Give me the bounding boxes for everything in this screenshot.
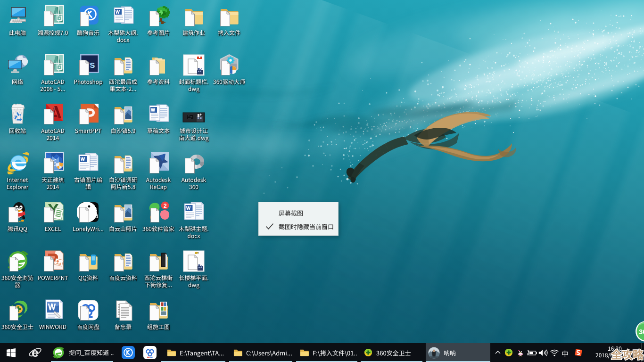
svg-text:全攻略: 全攻略 xyxy=(611,346,644,362)
svg-text:2: 2 xyxy=(95,203,98,208)
svg-text:e: e xyxy=(32,346,39,360)
svg-text:4: 4 xyxy=(95,214,99,219)
svg-text:36: 36 xyxy=(639,328,644,336)
svg-text:3: 3 xyxy=(96,208,99,214)
svg-text:2: 2 xyxy=(164,203,167,209)
